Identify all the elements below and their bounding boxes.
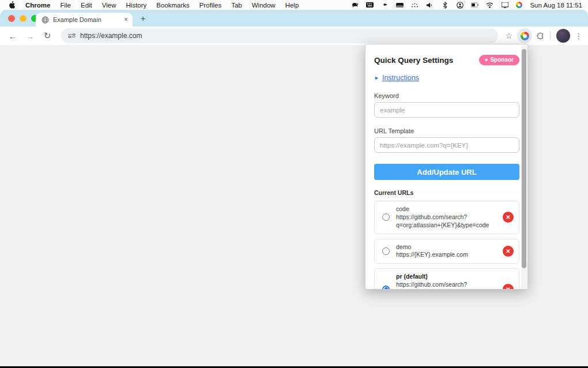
triangle-right-icon[interactable]: ► bbox=[374, 75, 379, 81]
sponsor-label: Sponsor bbox=[490, 57, 514, 63]
popup-scrollbar-thumb[interactable] bbox=[522, 49, 526, 268]
menu-item-window[interactable]: Window bbox=[252, 2, 276, 9]
bookmark-star-icon[interactable]: ☆ bbox=[505, 31, 512, 40]
current-urls-label: Current URLs bbox=[374, 189, 519, 196]
url-item-pr-default[interactable]: pr (default) https://github.com/search? … bbox=[374, 268, 519, 290]
window-controls bbox=[8, 15, 38, 22]
url-item-name: pr (default) bbox=[396, 273, 496, 281]
keyword-input[interactable] bbox=[374, 102, 519, 118]
tab-title: Example Domain bbox=[53, 16, 120, 23]
flag-icon[interactable] bbox=[381, 1, 389, 9]
forward-icon[interactable]: → bbox=[23, 29, 37, 43]
url-item-text: demo https://{KEY}.example.com bbox=[396, 243, 496, 260]
url-item-name: demo bbox=[396, 243, 496, 251]
radio-demo[interactable] bbox=[382, 247, 390, 255]
instructions-link[interactable]: Instructions bbox=[382, 74, 419, 82]
macos-menu-bar: Chrome File Edit View History Bookmarks … bbox=[0, 0, 588, 10]
sponsor-button[interactable]: ♥ Sponsor bbox=[479, 55, 519, 65]
battery-icon[interactable] bbox=[471, 1, 478, 9]
add-update-url-button[interactable]: Add/Update URL bbox=[374, 164, 519, 180]
apple-icon[interactable] bbox=[8, 1, 16, 9]
toolbar-divider bbox=[550, 31, 551, 40]
dictation-icon[interactable] bbox=[411, 1, 419, 9]
color-wheel-icon[interactable] bbox=[516, 2, 522, 8]
heart-icon: ♥ bbox=[485, 57, 488, 63]
url-item-text: pr (default) https://github.com/search? … bbox=[396, 273, 496, 290]
wifi-icon[interactable] bbox=[486, 1, 493, 9]
delete-url-button[interactable]: ✕ bbox=[503, 212, 514, 223]
browser-menu-icon[interactable]: ⋮ bbox=[575, 32, 582, 40]
menu-item-view[interactable]: View bbox=[102, 2, 116, 9]
tab-example-domain[interactable]: Example Domain × bbox=[36, 13, 133, 27]
volume-icon[interactable] bbox=[426, 1, 434, 9]
url-template-input[interactable] bbox=[374, 137, 519, 153]
url-item-line: q=org:atlassian+{KEY}&type=code bbox=[396, 221, 496, 230]
url-item-line: q=org:atlassian+ bbox=[396, 289, 496, 290]
new-tab-button[interactable]: + bbox=[141, 14, 145, 22]
instructions-row: ► Instructions bbox=[374, 74, 519, 82]
url-item-line: https://github.com/search? bbox=[396, 281, 496, 289]
address-bar-url[interactable]: https://example.com bbox=[80, 32, 142, 40]
radio-code[interactable] bbox=[382, 213, 390, 221]
profile-avatar[interactable] bbox=[556, 29, 570, 43]
screen: Chrome File Edit View History Bookmarks … bbox=[0, 0, 588, 368]
extension-logo-icon bbox=[521, 32, 529, 40]
back-icon[interactable]: ← bbox=[6, 29, 20, 43]
menu-item-file[interactable]: File bbox=[60, 2, 71, 9]
keyword-label: Keyword bbox=[374, 92, 519, 99]
window-close-button[interactable] bbox=[8, 15, 15, 22]
url-item-name: code bbox=[396, 205, 496, 213]
tab-strip: Example Domain × + bbox=[0, 10, 588, 27]
display-icon[interactable] bbox=[501, 1, 508, 9]
address-bar[interactable]: https://example.com bbox=[61, 28, 498, 43]
menu-item-edit[interactable]: Edit bbox=[81, 2, 92, 9]
tab-close-icon[interactable]: × bbox=[124, 16, 128, 23]
delete-url-button[interactable]: ✕ bbox=[503, 246, 514, 257]
keyboard-icon[interactable] bbox=[366, 1, 374, 9]
url-list: code https://github.com/search? q=org:at… bbox=[374, 201, 519, 290]
menu-item-tab[interactable]: Tab bbox=[231, 2, 242, 9]
reload-icon[interactable]: ↻ bbox=[40, 29, 54, 43]
menu-app-name[interactable]: Chrome bbox=[25, 2, 50, 9]
url-template-label: URL Template bbox=[374, 127, 519, 134]
browser-toolbar: ← → ↻ https://example.com ☆ ⋮ bbox=[0, 27, 588, 45]
menu-item-history[interactable]: History bbox=[126, 2, 147, 9]
keyboard-brightness-icon[interactable] bbox=[396, 1, 404, 9]
menu-item-profiles[interactable]: Profiles bbox=[199, 2, 221, 9]
active-extension-button[interactable] bbox=[517, 28, 532, 43]
url-item-demo[interactable]: demo https://{KEY}.example.com ✕ bbox=[374, 239, 519, 264]
user-switch-icon[interactable] bbox=[456, 1, 463, 9]
url-item-code[interactable]: code https://github.com/search? q=org:at… bbox=[374, 201, 519, 234]
menu-bar-clock[interactable]: Sun Aug 18 11:51 bbox=[530, 2, 582, 9]
url-item-text: code https://github.com/search? q=org:at… bbox=[396, 205, 496, 230]
quick-query-settings-popup: Quick Query Settings ♥ Sponsor ► Instruc… bbox=[365, 44, 528, 290]
menu-item-help[interactable]: Help bbox=[285, 2, 299, 9]
url-item-line: https://{KEY}.example.com bbox=[396, 251, 496, 259]
radio-pr-default[interactable] bbox=[382, 286, 390, 290]
popup-title: Quick Query Settings bbox=[374, 56, 453, 65]
extensions-puzzle-icon[interactable] bbox=[537, 32, 544, 40]
menu-item-bookmarks[interactable]: Bookmarks bbox=[156, 2, 190, 9]
globe-favicon-icon bbox=[42, 16, 49, 24]
bluetooth-icon[interactable] bbox=[441, 1, 448, 9]
delete-url-button[interactable]: ✕ bbox=[503, 284, 514, 290]
window-minimize-button[interactable] bbox=[20, 15, 27, 22]
animal-icon[interactable] bbox=[351, 1, 359, 9]
url-item-line: https://github.com/search? bbox=[396, 213, 496, 221]
site-info-icon[interactable] bbox=[68, 32, 76, 40]
